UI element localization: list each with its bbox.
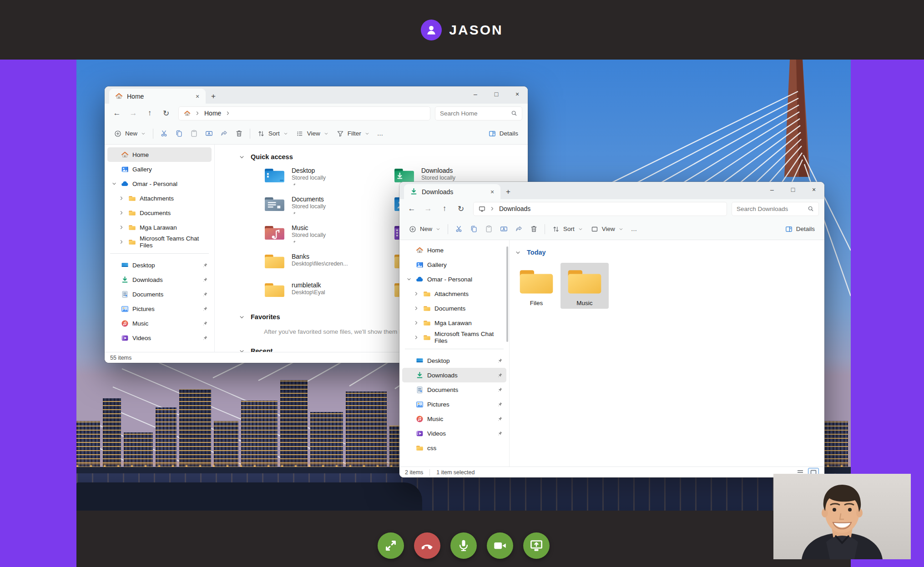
quick-access-item-banks[interactable]: Banks Desktop\files\creden... bbox=[264, 252, 394, 272]
sidebar-item-music[interactable]: Music bbox=[107, 316, 212, 331]
item-resize[interactable] bbox=[378, 532, 404, 559]
sort-button[interactable]: Sort bbox=[548, 221, 587, 237]
sidebar-item-downloads[interactable]: Downloads bbox=[107, 272, 212, 287]
tab-home[interactable]: Home × bbox=[109, 89, 206, 104]
new-button[interactable]: New bbox=[405, 221, 444, 237]
sidebar-item-music[interactable]: Music bbox=[402, 411, 506, 426]
search-input[interactable]: Search Downloads bbox=[732, 202, 819, 216]
paste-button[interactable] bbox=[187, 126, 202, 141]
section-quick-access[interactable]: Quick access bbox=[239, 151, 528, 163]
paste-button[interactable] bbox=[481, 221, 496, 237]
sidebar-item-documents[interactable]: Documents bbox=[107, 287, 212, 301]
copy-button[interactable] bbox=[172, 126, 187, 141]
sidebar-item-attachments[interactable]: Attachments bbox=[107, 191, 212, 206]
tab-close-button[interactable]: × bbox=[488, 188, 496, 196]
file-tile-files[interactable]: Files bbox=[512, 263, 560, 309]
sidebar-item-omar-personal[interactable]: Omar - Personal bbox=[107, 176, 212, 191]
sidebar-item-mga-larawan[interactable]: Mga Larawan bbox=[402, 316, 506, 330]
chevron-down-icon bbox=[239, 154, 245, 160]
sort-button[interactable]: Sort bbox=[253, 126, 292, 141]
share-button[interactable] bbox=[511, 221, 526, 237]
quick-access-item-documents[interactable]: Documents Stored locally bbox=[264, 195, 394, 215]
new-tab-button[interactable]: + bbox=[206, 89, 221, 104]
sidebar-item-pictures[interactable]: Pictures bbox=[402, 397, 506, 411]
sidebar-item-home[interactable]: Home bbox=[402, 243, 506, 257]
sidebar-item-attachments[interactable]: Attachments bbox=[402, 286, 506, 301]
sidebar-item-omar-personal[interactable]: Omar - Personal bbox=[402, 272, 506, 286]
breadcrumb[interactable]: Downloads bbox=[473, 202, 727, 216]
sidebar-item-videos[interactable]: Videos bbox=[107, 331, 212, 345]
sidebar-item-videos[interactable]: Videos bbox=[402, 426, 506, 441]
sidebar-item-documents[interactable]: Documents bbox=[402, 382, 506, 397]
sidebar-item-microsoft-teams-chat-files[interactable]: Microsoft Teams Chat Files bbox=[402, 330, 506, 345]
sidebar-item-mga-larawan[interactable]: Mga Larawan bbox=[107, 220, 212, 235]
chevron-down-icon bbox=[365, 131, 369, 136]
maximize-button[interactable]: □ bbox=[783, 182, 803, 197]
copy-button[interactable] bbox=[466, 221, 481, 237]
pin-icon bbox=[292, 240, 297, 244]
delete-button[interactable] bbox=[526, 221, 541, 237]
up-button[interactable]: ↑ bbox=[437, 202, 452, 216]
sidebar-item-desktop[interactable]: Desktop bbox=[107, 258, 212, 272]
pin-icon bbox=[202, 291, 208, 297]
details-button[interactable]: Details bbox=[485, 126, 522, 141]
pin-icon bbox=[202, 306, 208, 312]
close-button[interactable]: × bbox=[507, 86, 528, 102]
tab-close-button[interactable]: × bbox=[193, 93, 202, 100]
minimize-button[interactable]: – bbox=[465, 86, 486, 102]
item-camera[interactable] bbox=[487, 532, 513, 559]
sidebar-item-gallery[interactable]: Gallery bbox=[402, 257, 506, 272]
refresh-button[interactable]: ↻ bbox=[453, 202, 469, 216]
rename-button[interactable] bbox=[496, 221, 511, 237]
sidebar-item-home[interactable]: Home bbox=[107, 147, 212, 162]
share-button[interactable] bbox=[217, 126, 232, 141]
item-screen-share[interactable] bbox=[523, 532, 550, 559]
rename-button[interactable] bbox=[202, 126, 217, 141]
up-button[interactable]: ↑ bbox=[142, 106, 157, 120]
new-tab-button[interactable]: + bbox=[500, 184, 516, 199]
cut-button[interactable] bbox=[157, 126, 172, 141]
item-microphone[interactable] bbox=[450, 532, 477, 559]
filter-button[interactable]: Filter bbox=[333, 126, 374, 141]
sidebar-item-desktop[interactable]: Desktop bbox=[402, 353, 506, 368]
sidebar-item-documents[interactable]: Documents bbox=[402, 301, 506, 316]
back-button[interactable]: ← bbox=[404, 202, 419, 216]
sidebar-item-css[interactable]: css bbox=[402, 441, 506, 455]
folder-icon bbox=[128, 224, 136, 231]
maximize-button[interactable]: □ bbox=[486, 86, 507, 102]
group-header-today[interactable]: Today bbox=[515, 246, 824, 258]
refresh-button[interactable]: ↻ bbox=[158, 106, 174, 120]
file-tile-music[interactable]: Music bbox=[560, 263, 609, 309]
breadcrumb[interactable]: Home bbox=[178, 106, 430, 120]
scissors-icon bbox=[160, 130, 168, 137]
trash-icon bbox=[235, 130, 243, 137]
participant-avatar bbox=[421, 20, 442, 40]
details-button[interactable]: Details bbox=[781, 221, 819, 237]
forward-button[interactable]: → bbox=[126, 106, 141, 120]
quick-access-item-rumbletalk[interactable]: rumbletalk Desktop\Eyal bbox=[264, 281, 394, 301]
sidebar-item-downloads[interactable]: Downloads bbox=[402, 368, 506, 382]
sidebar-scrollbar[interactable] bbox=[506, 246, 508, 342]
home-icon bbox=[115, 92, 123, 100]
tab-downloads[interactable]: Downloads × bbox=[404, 184, 500, 199]
sidebar-item-pictures[interactable]: Pictures bbox=[107, 301, 212, 316]
quick-access-item-music[interactable]: Music Stored locally bbox=[264, 224, 394, 244]
quick-access-item-desktop[interactable]: Desktop Stored locally bbox=[264, 166, 394, 186]
desktop-icon bbox=[121, 261, 129, 269]
view-button[interactable]: View bbox=[587, 221, 627, 237]
forward-button[interactable]: → bbox=[420, 202, 436, 216]
new-button[interactable]: New bbox=[110, 126, 150, 141]
close-button[interactable]: × bbox=[803, 182, 824, 197]
sidebar-item-documents[interactable]: Documents bbox=[107, 206, 212, 220]
back-button[interactable]: ← bbox=[109, 106, 125, 120]
delete-button[interactable] bbox=[232, 126, 247, 141]
cut-button[interactable] bbox=[451, 221, 466, 237]
search-input[interactable]: Search Home bbox=[435, 106, 522, 120]
minimize-button[interactable]: – bbox=[762, 182, 783, 197]
item-hang-up[interactable] bbox=[414, 532, 440, 559]
sidebar-item-microsoft-teams-chat-files[interactable]: Microsoft Teams Chat Files bbox=[107, 235, 212, 249]
more-button[interactable]: … bbox=[627, 221, 641, 237]
sidebar-item-gallery[interactable]: Gallery bbox=[107, 162, 212, 176]
more-button[interactable]: … bbox=[374, 126, 387, 141]
view-button[interactable]: View bbox=[292, 126, 333, 141]
